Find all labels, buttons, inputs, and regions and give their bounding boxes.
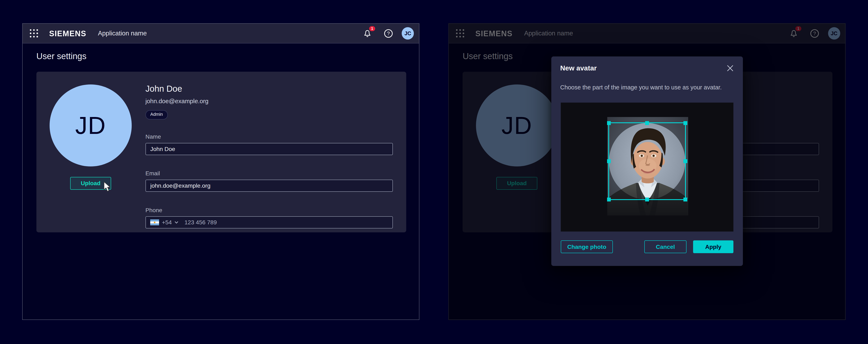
apply-button[interactable]: Apply [693,240,734,253]
dialog-actions: Change photo Cancel Apply [561,240,734,253]
name-input[interactable] [146,143,393,155]
svg-text:?: ? [387,31,390,36]
siemens-logo: SIEMENS [49,29,87,38]
app-bar: SIEMENS Application name 1 ? JC [23,24,419,44]
name-label: Name [146,133,393,140]
close-icon [727,65,734,71]
argentina-flag-icon[interactable] [150,219,159,226]
phone-input-box[interactable]: +54 [146,216,393,228]
profile-avatar: JD [50,84,131,167]
notification-badge: 1 [369,26,375,31]
crop-handle-bottom-right[interactable] [683,198,687,201]
profile-info: John Doe john.doe@example.org Admin Name… [146,72,393,228]
email-field: Email [146,170,393,192]
chevron-down-icon[interactable] [175,221,178,224]
close-button[interactable] [726,64,734,72]
page-content: User settings JD Upload John Doe john.do… [23,51,419,232]
profile-email: john.doe@example.org [146,98,393,105]
help-button[interactable]: ? [384,29,393,38]
dialog-header: New avatar [551,56,743,72]
crop-handle-left[interactable] [607,159,611,163]
upload-button[interactable]: Upload [70,177,111,190]
profile-name: John Doe [146,84,393,94]
crop-handle-top[interactable] [645,121,649,125]
phone-input[interactable] [183,216,388,229]
role-badge: Admin [146,110,168,119]
notifications-button[interactable]: 1 [362,28,372,38]
email-label: Email [146,170,393,177]
dialog-title: New avatar [560,64,596,72]
crop-handle-top-right[interactable] [683,121,687,125]
crop-selection[interactable] [608,122,686,200]
crop-handle-bottom-left[interactable] [607,198,611,201]
help-icon: ? [384,29,393,38]
change-photo-button[interactable]: Change photo [561,240,613,253]
profile-card: JD Upload John Doe john.doe@example.org … [36,72,406,232]
crop-handle-top-left[interactable] [607,121,611,125]
phone-field: Phone +54 [146,207,393,229]
user-avatar[interactable]: JC [402,27,414,39]
page-title: User settings [36,51,419,61]
dial-code[interactable]: +54 [162,219,172,226]
email-input[interactable] [146,180,393,192]
phone-label: Phone [146,207,393,213]
avatar-initials: JD [75,111,106,139]
crop-handle-right[interactable] [683,159,687,163]
crop-handle-bottom[interactable] [645,198,649,201]
name-field: Name [146,133,393,155]
app-title: Application name [98,30,147,37]
app-launcher-icon[interactable] [29,29,39,38]
screenshot-stage: SIEMENS Application name 1 ? JC User set… [0,0,868,344]
crop-canvas[interactable] [561,103,734,232]
new-avatar-dialog: New avatar Choose the part of the image … [551,56,743,266]
user-settings-panel: SIEMENS Application name 1 ? JC User set… [22,23,420,320]
cancel-button[interactable]: Cancel [644,240,686,253]
dialog-description: Choose the part of the image you want to… [560,83,734,92]
